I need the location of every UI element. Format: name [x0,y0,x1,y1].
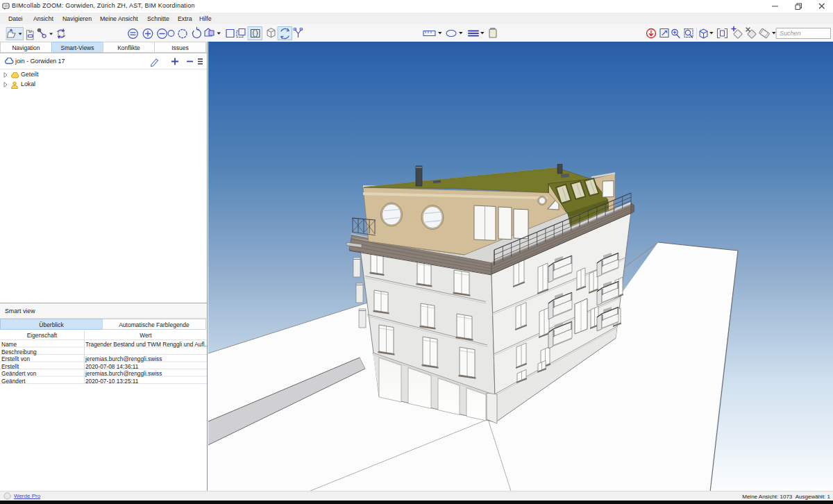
svg-text:Suchen: Suchen [780,30,801,37]
